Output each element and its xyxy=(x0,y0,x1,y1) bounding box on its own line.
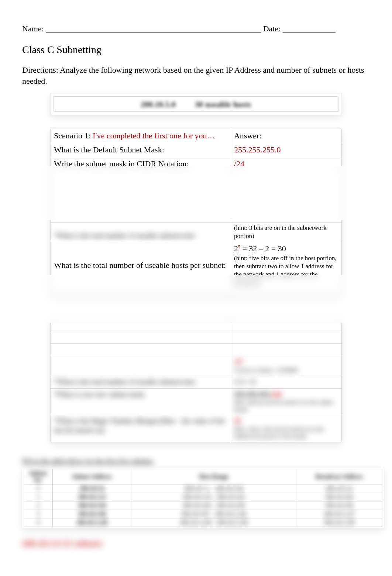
cell: 200.10.5.63 xyxy=(298,494,381,500)
scenario2-table: /27 Convert to binary: 11100000 *What is… xyxy=(51,318,341,442)
magic-hint: (hint: what is the last bit turned on in… xyxy=(234,426,338,440)
question-new-mask: *What is your new subnet mask: xyxy=(54,390,228,399)
cell: 200.10.5.129 – 200.10.5.158 xyxy=(133,519,295,526)
cell: 200.10.5.128 xyxy=(54,519,130,526)
cell: 200.10.5.33 – 200.10.5.62 xyxy=(133,494,295,500)
cell: 200.10.5.65 – 200.10.5.94 xyxy=(133,502,295,509)
scenario1-block: Scenario 1: I've completed the first one… xyxy=(50,128,342,296)
question-magic: *What is the Magic Number (Range) (Hint … xyxy=(54,417,228,435)
table-row xyxy=(51,331,341,344)
table-row: *What is your new subnet mask: 255.255.2… xyxy=(51,388,341,415)
subnet-table: Subnet No. Subnet Address Host Range Bro… xyxy=(24,469,382,527)
table-row: 1 200.10.5.32 200.10.5.33 – 200.10.5.62 … xyxy=(24,493,382,501)
cell: 1 xyxy=(25,494,51,500)
magic-answer: 32 xyxy=(234,417,338,426)
cell: 200.10.5.32 xyxy=(54,494,130,500)
col-broadcast: Broadcast Address xyxy=(298,473,381,480)
name-label: Name: xyxy=(22,24,44,33)
table-row: What is the Default Subnet Mask: 255.255… xyxy=(51,143,341,157)
table-row: What is the total number of useable host… xyxy=(51,242,341,289)
col-host-range: Host Range xyxy=(133,473,295,480)
table-row: *What is the Magic Number (Range) (Hint … xyxy=(51,415,341,442)
cell: 200.10.5.0 xyxy=(54,485,130,492)
footer-red-text: 200.10.5.0 25 subnets xyxy=(22,539,370,548)
hint-hosts: (hint: five bits are off in the host por… xyxy=(234,254,338,287)
date-label: Date: xyxy=(263,24,281,33)
binary-hint: Convert to binary: 11100000 xyxy=(234,367,298,373)
table-header-row: Subnet No. Subnet Address Host Range Bro… xyxy=(24,469,382,484)
cell: 200.10.5.1 – 200.10.5.30 xyxy=(133,485,295,492)
mask-last-octet: 224 xyxy=(271,390,282,398)
directions-text: Directions: Analyze the following networ… xyxy=(22,65,370,86)
cell: 2 xyxy=(25,502,51,509)
question-subnets2: *What is the total number of useable sub… xyxy=(54,377,228,387)
table-row: Write the subnet mask in CIDR Notation: … xyxy=(51,157,341,171)
table-row: *What is the total number of useable sub… xyxy=(51,376,341,388)
name-blank: ________________________________________… xyxy=(44,24,263,33)
formula-base: 2 xyxy=(234,244,238,253)
table-row: 3 200.10.5.96 200.10.5.97 – 200.10.5.126… xyxy=(24,510,382,518)
answer-header: Answer: xyxy=(234,131,262,140)
given-req: 30 useable hosts xyxy=(186,100,260,109)
hint-subnets: (hint: 3 bits are on in the subnetwork p… xyxy=(234,224,338,240)
cell: 4 xyxy=(25,519,51,526)
scenario-note: I've completed the first one for you… xyxy=(93,131,215,140)
answer-default-mask: 255.255.255.0 xyxy=(234,145,281,154)
formula-rest: = 32 – 2 = 30 xyxy=(240,244,286,253)
cell: 200.10.5.95 xyxy=(298,502,381,509)
answer-cidr: /24 xyxy=(234,159,244,168)
name-date-line: Name: __________________________________… xyxy=(22,24,370,34)
table-row xyxy=(51,318,341,331)
page-title: Class C Subnetting xyxy=(22,44,370,56)
cell: 200.10.5.31 xyxy=(298,485,381,492)
table-row: 4 200.10.5.128 200.10.5.129 – 200.10.5.1… xyxy=(24,518,382,527)
subnet-caption: Fill in the table below for the first fi… xyxy=(22,457,370,465)
cell: 200.10.5.97 – 200.10.5.126 xyxy=(133,511,295,517)
col-subnet-addr: Subnet Address xyxy=(54,473,130,480)
subnet-table-section: Fill in the table below for the first fi… xyxy=(22,457,370,528)
cell: 200.10.5.159 xyxy=(298,519,381,526)
cell: 0 xyxy=(25,485,51,492)
date-blank: _____________ xyxy=(281,24,336,33)
table-row: 2 200.10.5.64 200.10.5.65 – 200.10.5.94 … xyxy=(24,501,382,510)
table-row xyxy=(51,289,341,295)
question-cidr: Write the subnet mask in CIDR Notation: xyxy=(54,159,189,168)
col-subnet-no: Subnet No. xyxy=(25,470,51,483)
cell: 3 xyxy=(25,511,51,517)
page-content: Name: __________________________________… xyxy=(0,0,392,548)
table-row xyxy=(51,171,341,223)
cell: 200.10.5.96 xyxy=(54,511,130,517)
mask-prefix: 255.255.255. xyxy=(234,390,271,398)
table-row: *What is the total number of useable sub… xyxy=(51,223,341,242)
table-row: Scenario 1: I've completed the first one… xyxy=(51,129,341,143)
table-row: 0 200.10.5.0 200.10.5.1 – 200.10.5.30 20… xyxy=(24,484,382,493)
given-row: 200.10.5.0 30 useable hosts xyxy=(54,96,338,112)
scenario-label: Scenario 1: xyxy=(54,131,93,140)
scenario1-table: Scenario 1: I've completed the first one… xyxy=(51,129,341,295)
question-default-mask: What is the Default Subnet Mask: xyxy=(54,145,164,154)
table-row xyxy=(51,344,341,356)
ans-subnets2: 2^3 = 8 xyxy=(234,377,338,387)
scenario2-block: /27 Convert to binary: 11100000 *What is… xyxy=(50,318,342,442)
given-block: 200.10.5.0 30 useable hosts xyxy=(50,93,342,115)
cell: 200.10.5.64 xyxy=(54,502,130,509)
question-subnets-blur: *What is the total number of useable sub… xyxy=(54,231,228,241)
mask-hint: (hint: add up each bit turned on in the … xyxy=(234,399,338,413)
question-hosts: What is the total number of useable host… xyxy=(54,261,226,270)
given-ip: 200.10.5.0 xyxy=(132,100,185,109)
table-row: /27 Convert to binary: 11100000 xyxy=(51,356,341,376)
cell: 200.10.5.127 xyxy=(298,511,381,517)
